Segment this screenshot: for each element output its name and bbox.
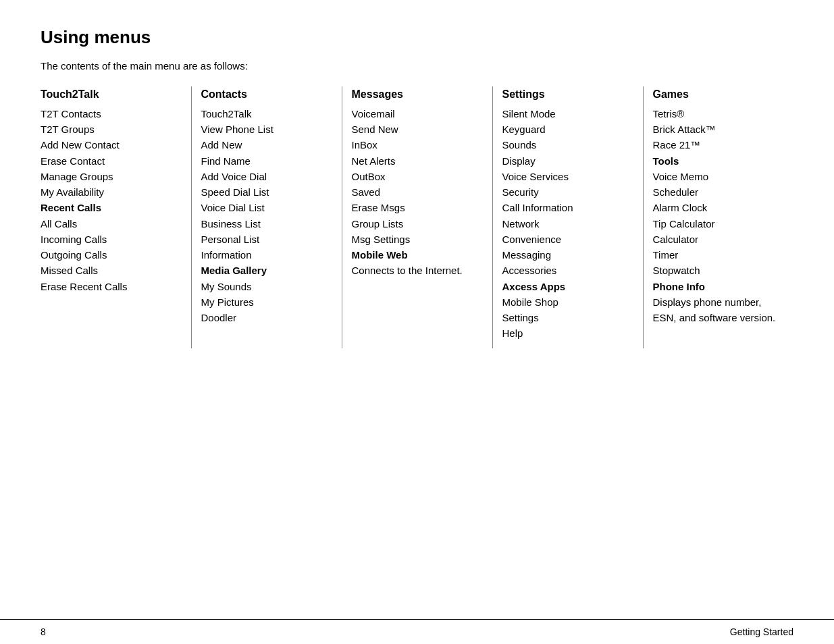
menu-item-touch2talk-9: Outgoing Calls xyxy=(41,247,182,263)
menu-item-contacts-7: Business List xyxy=(201,216,332,232)
menu-item-contacts-13: Doodler xyxy=(201,310,332,325)
menu-item-contacts-5: Speed Dial List xyxy=(201,184,332,200)
menu-item-games-12: Displays phone number, ESN, and software… xyxy=(653,294,785,326)
col-games: GamesTetris®Brick Attack™Race 21™ToolsVo… xyxy=(643,86,793,348)
menu-item-games-4: Voice Memo xyxy=(653,169,785,184)
menu-item-messages-5: Saved xyxy=(352,184,483,200)
menu-item-messages-9: Mobile Web xyxy=(352,249,408,261)
menu-item-touch2talk-6: Recent Calls xyxy=(41,202,101,213)
col-header-touch2talk: Touch2Talk xyxy=(41,86,182,106)
menu-item-settings-8: Convenience xyxy=(502,232,633,247)
menu-item-games-10: Stopwatch xyxy=(653,263,785,278)
menu-item-games-7: Tip Calculator xyxy=(653,216,785,232)
menu-item-settings-6: Call Information xyxy=(502,200,633,215)
menu-item-messages-0: Voicemail xyxy=(352,106,483,122)
menu-item-settings-3: Display xyxy=(502,153,633,169)
menu-item-games-11: Phone Info xyxy=(653,281,706,292)
menu-item-touch2talk-1: T2T Groups xyxy=(41,122,182,137)
menu-item-settings-1: Keyguard xyxy=(502,122,633,137)
menu-table: Touch2TalkT2T ContactsT2T GroupsAdd New … xyxy=(41,86,793,348)
col-settings: SettingsSilent ModeKeyguardSoundsDisplay… xyxy=(492,86,643,348)
menu-item-settings-9: Messaging xyxy=(502,247,633,263)
menu-item-games-1: Brick Attack™ xyxy=(653,122,785,137)
col-contacts: ContactsTouch2TalkView Phone ListAdd New… xyxy=(191,86,342,348)
menu-item-touch2talk-2: Add New Contact xyxy=(41,137,182,153)
menu-item-contacts-3: Find Name xyxy=(201,153,332,169)
menu-item-messages-1: Send New xyxy=(352,122,483,137)
footer: 8 Getting Started xyxy=(0,619,834,644)
menu-item-contacts-9: Information xyxy=(201,247,332,263)
menu-item-games-5: Scheduler xyxy=(653,184,785,200)
menu-item-contacts-6: Voice Dial List xyxy=(201,200,332,215)
menu-item-games-6: Alarm Clock xyxy=(653,200,785,215)
intro-text: The contents of the main menu are as fol… xyxy=(41,60,793,72)
menu-item-settings-0: Silent Mode xyxy=(502,106,633,122)
menu-item-games-0: Tetris® xyxy=(653,106,785,122)
menu-item-touch2talk-11: Erase Recent Calls xyxy=(41,279,182,294)
menu-item-contacts-10: Media Gallery xyxy=(201,265,267,276)
menu-item-touch2talk-8: Incoming Calls xyxy=(41,232,182,247)
menu-item-touch2talk-0: T2T Contacts xyxy=(41,106,182,122)
menu-item-settings-11: Axcess Apps xyxy=(502,281,566,292)
menu-item-touch2talk-4: Manage Groups xyxy=(41,169,182,184)
menu-item-games-8: Calculator xyxy=(653,232,785,247)
menu-item-touch2talk-10: Missed Calls xyxy=(41,263,182,278)
menu-item-settings-7: Network xyxy=(502,216,633,232)
menu-item-settings-10: Accessories xyxy=(502,263,633,278)
menu-item-games-9: Timer xyxy=(653,247,785,263)
col-messages: MessagesVoicemailSend NewInBoxNet Alerts… xyxy=(342,86,492,348)
menu-item-messages-7: Group Lists xyxy=(352,216,483,232)
menu-item-settings-14: Help xyxy=(502,325,633,341)
menu-item-games-3: Tools xyxy=(653,155,679,167)
col-header-messages: Messages xyxy=(352,86,483,106)
menu-item-contacts-0: Touch2Talk xyxy=(201,106,332,122)
col-header-contacts: Contacts xyxy=(201,86,332,106)
section-label: Getting Started xyxy=(730,626,793,637)
menu-item-messages-8: Msg Settings xyxy=(352,232,483,247)
menu-item-messages-10: Connects to the Internet. xyxy=(352,263,483,278)
menu-item-touch2talk-3: Erase Contact xyxy=(41,153,182,169)
menu-item-messages-6: Erase Msgs xyxy=(352,200,483,215)
menu-item-games-2: Race 21™ xyxy=(653,137,785,153)
page-content: Using menus The contents of the main men… xyxy=(0,0,834,375)
menu-item-contacts-11: My Sounds xyxy=(201,279,332,294)
menu-item-touch2talk-7: All Calls xyxy=(41,216,182,232)
menu-item-contacts-4: Add Voice Dial xyxy=(201,169,332,184)
menu-item-contacts-2: Add New xyxy=(201,137,332,153)
col-touch2talk: Touch2TalkT2T ContactsT2T GroupsAdd New … xyxy=(41,86,191,348)
page-number: 8 xyxy=(41,626,46,637)
menu-item-settings-4: Voice Services xyxy=(502,169,633,184)
table-row: Touch2TalkT2T ContactsT2T GroupsAdd New … xyxy=(41,86,793,348)
menu-item-settings-13: Settings xyxy=(502,310,633,325)
col-header-games: Games xyxy=(653,86,785,106)
menu-item-messages-4: OutBox xyxy=(352,169,483,184)
page-title: Using menus xyxy=(41,27,793,48)
col-header-settings: Settings xyxy=(502,86,633,106)
menu-item-settings-5: Security xyxy=(502,184,633,200)
menu-item-messages-3: Net Alerts xyxy=(352,153,483,169)
menu-item-contacts-12: My Pictures xyxy=(201,294,332,310)
menu-item-contacts-8: Personal List xyxy=(201,232,332,247)
menu-item-contacts-1: View Phone List xyxy=(201,122,332,137)
menu-item-settings-12: Mobile Shop xyxy=(502,294,633,310)
menu-item-settings-2: Sounds xyxy=(502,137,633,153)
menu-item-messages-2: InBox xyxy=(352,137,483,153)
menu-item-touch2talk-5: My Availability xyxy=(41,184,182,200)
